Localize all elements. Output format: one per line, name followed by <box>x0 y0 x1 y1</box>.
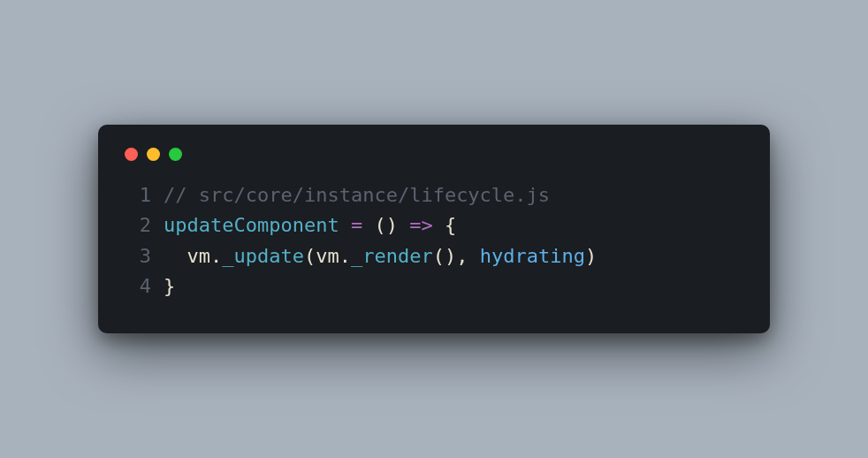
token: () <box>374 214 398 236</box>
line-number: 1 <box>121 180 151 210</box>
token: ) <box>585 245 597 267</box>
code-line: 2updateComponent = () => { <box>121 210 747 240</box>
line-content: updateComponent = () => { <box>164 210 456 240</box>
token: _update <box>222 245 304 267</box>
code-line: 1// src/core/instance/lifecycle.js <box>121 180 747 210</box>
line-number: 3 <box>121 241 151 271</box>
line-content: // src/core/instance/lifecycle.js <box>164 180 550 210</box>
token <box>468 245 479 267</box>
minimize-icon[interactable] <box>147 148 160 161</box>
line-content: vm._update(vm._render(), hydrating) <box>164 241 597 271</box>
line-number: 2 <box>121 210 151 240</box>
token: = <box>351 214 362 236</box>
code-line: 4} <box>121 271 747 302</box>
token: { <box>445 214 456 236</box>
token: updateComponent <box>164 214 339 236</box>
zoom-icon[interactable] <box>169 148 182 161</box>
token: (), <box>433 245 468 267</box>
token: vm <box>164 245 210 267</box>
token: hydrating <box>480 245 585 267</box>
line-number: 4 <box>121 271 151 302</box>
token: // src/core/instance/lifecycle.js <box>164 184 550 206</box>
token: ( <box>304 245 316 267</box>
token: } <box>164 275 175 297</box>
code-window: 1// src/core/instance/lifecycle.js2updat… <box>98 125 770 332</box>
token: => <box>409 214 433 236</box>
token <box>398 214 409 236</box>
close-icon[interactable] <box>125 148 138 161</box>
code-block: 1// src/core/instance/lifecycle.js2updat… <box>121 180 747 301</box>
token <box>433 214 445 236</box>
token: _render <box>351 245 433 267</box>
window-titlebar <box>121 144 747 180</box>
token: vm <box>316 245 339 267</box>
token <box>339 214 351 236</box>
line-content: } <box>164 271 175 302</box>
token: . <box>210 245 222 267</box>
token <box>362 214 374 236</box>
code-line: 3 vm._update(vm._render(), hydrating) <box>121 241 747 271</box>
token: . <box>339 245 351 267</box>
